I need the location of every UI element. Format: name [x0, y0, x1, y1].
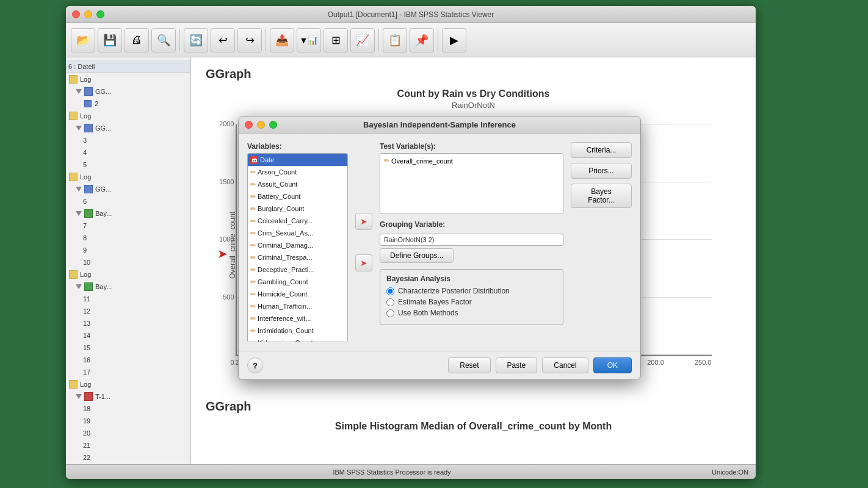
var-item-battery[interactable]: ✏ Battery_Count	[248, 190, 347, 203]
sidebar-item-21[interactable]: 21	[81, 439, 190, 451]
ok-button[interactable]: OK	[593, 357, 632, 373]
open-button[interactable]: 📂	[71, 28, 95, 52]
var-item-crim-damage[interactable]: ✏ Criminal_Damag...	[248, 239, 347, 251]
priors-button[interactable]: Priors...	[571, 163, 632, 179]
sidebar-item-log2[interactable]: Log	[66, 110, 190, 122]
dialog-max-button[interactable]	[269, 121, 277, 129]
sidebar-item-log1[interactable]: Log	[66, 73, 190, 85]
var-item-assult[interactable]: ✏ Assult_Count	[248, 178, 347, 190]
sidebar-item-gg2[interactable]: GG...	[73, 122, 190, 134]
var-item-human-traffic[interactable]: ✏ Human_Trafficin...	[248, 300, 347, 312]
sidebar-item-15[interactable]: 15	[81, 342, 190, 354]
sidebar-item-gg1[interactable]: GG...	[73, 85, 190, 98]
move-to-test-button[interactable]: ➤	[355, 213, 372, 230]
chart-button[interactable]: 📈	[350, 28, 375, 52]
dialog-controls[interactable]	[245, 121, 277, 129]
sidebar-item-20[interactable]: 20	[81, 427, 190, 439]
sidebar-item-19[interactable]: 19	[81, 415, 190, 427]
toolbar-sep3	[378, 29, 379, 51]
sidebar-item-22[interactable]: 22	[81, 451, 190, 464]
paste-button[interactable]: Paste	[496, 357, 538, 373]
print-button[interactable]: 🖨	[125, 28, 149, 52]
close-button[interactable]	[72, 10, 80, 18]
sidebar-item-12[interactable]: 12	[81, 305, 190, 317]
refresh-button[interactable]: 🔄	[184, 28, 208, 52]
find-button[interactable]: 🔍	[151, 28, 176, 52]
sidebar-item-log3[interactable]: Log	[66, 171, 190, 183]
sidebar-item-bay1[interactable]: Bay...	[73, 207, 190, 220]
sidebar-item-sub1[interactable]: 2	[81, 98, 190, 110]
var-item-gambling[interactable]: ✏ Gambling_Count	[248, 276, 347, 288]
redo-button[interactable]: ↪	[237, 28, 262, 52]
chart2-title: Simple Histogram Median of Overall_crime…	[206, 421, 741, 432]
save-button[interactable]: 💾	[98, 28, 122, 52]
copy2-button[interactable]: 📌	[410, 28, 434, 52]
section2-title: GGraph	[206, 400, 741, 414]
status-bar: IBM SPSS Statistics Processor is ready U…	[66, 464, 756, 479]
test-var-overall-label: Overall_crime_count	[391, 157, 453, 165]
sidebar-item-13[interactable]: 13	[81, 317, 190, 329]
bayes-factor-button[interactable]: Bayes Factor...	[571, 184, 632, 208]
var-item-burglary[interactable]: ✏ Burglary_Count	[248, 203, 347, 215]
maximize-button[interactable]	[96, 10, 104, 18]
radio-both[interactable]	[386, 309, 394, 317]
var-item-date[interactable]: 📅 Date	[248, 154, 347, 166]
minimize-button[interactable]	[84, 10, 92, 18]
var-item-kidnapping[interactable]: ✏ Kidnapping_Count	[248, 337, 347, 342]
sidebar-item-sub9[interactable]: 10	[81, 256, 190, 268]
grouping-var-input[interactable]	[380, 234, 563, 246]
var-intimidation-label: Intimidation_Count	[258, 327, 314, 334]
dialog-min-button[interactable]	[257, 121, 265, 129]
define-groups-button[interactable]: Define Groups...	[380, 248, 454, 263]
sidebar-item-sub3[interactable]: 4	[81, 146, 190, 159]
var-item-deceptive[interactable]: ✏ Deceptive_Practi...	[248, 264, 347, 276]
run-button[interactable]: ▶	[442, 28, 466, 52]
export2-button[interactable]: ▼📊	[297, 28, 321, 52]
sidebar-item-log5[interactable]: Log	[66, 378, 190, 390]
sidebar-item-sub5[interactable]: 6	[81, 195, 190, 207]
var-item-homicide[interactable]: ✏ Homicide_Count	[248, 288, 347, 300]
sidebar-item-sub4[interactable]: 5	[81, 159, 190, 171]
var-item-colcealed[interactable]: ✏ Colcealed_Carry...	[248, 215, 347, 227]
sidebar-item-sub7[interactable]: 8	[81, 232, 190, 244]
var-item-crim-sexual[interactable]: ✏ Crim_Sexual_As...	[248, 227, 347, 239]
sidebar-item-18[interactable]: 18	[81, 403, 190, 415]
gg-icon3	[84, 185, 93, 193]
reset-button[interactable]: Reset	[448, 357, 490, 373]
window-title: Output1 [Document1] - IBM SPSS Statistic…	[328, 10, 494, 19]
sidebar-item-bay2[interactable]: Bay...	[73, 281, 190, 293]
export1-button[interactable]: 📤	[270, 28, 294, 52]
test-var-list[interactable]: ✏ Overall_crime_count	[380, 153, 563, 214]
sidebar-item-sub2[interactable]: 3	[81, 134, 190, 146]
move-to-grouping-button[interactable]: ➤	[355, 254, 372, 271]
var-item-intimidation[interactable]: ✏ Intimidation_Count	[248, 325, 347, 337]
sidebar-item-sub8[interactable]: 9	[81, 244, 190, 256]
help-button[interactable]: ?	[247, 357, 263, 373]
sidebar-item-log4[interactable]: Log	[66, 268, 190, 281]
sidebar-item-11[interactable]: 11	[81, 293, 190, 305]
variables-list[interactable]: 📅 Date ✏ Arson_Count ✏ Assult_Count ✏ Ba…	[247, 153, 348, 342]
window-controls[interactable]	[72, 10, 104, 18]
sidebar-item-17[interactable]: 17	[81, 366, 190, 378]
sidebar-item-t1[interactable]: T-1...	[73, 390, 190, 403]
undo-button[interactable]: ↩	[211, 28, 235, 52]
var-item-arson[interactable]: ✏ Arson_Count	[248, 166, 347, 178]
var-item-crim-trespa[interactable]: ✏ Criminal_Trespa...	[248, 251, 347, 264]
sidebar-item-14[interactable]: 14	[81, 329, 190, 342]
criteria-button[interactable]: Criteria...	[571, 142, 632, 158]
sidebar-sub7-label: 8	[83, 234, 87, 242]
pencil-icon-arson: ✏	[250, 168, 256, 176]
copy1-button[interactable]: 📋	[383, 28, 407, 52]
var-item-interference[interactable]: ✏ Interference_wit...	[248, 312, 347, 325]
cancel-button[interactable]: Cancel	[542, 357, 588, 373]
sidebar-item-gg3[interactable]: GG...	[73, 183, 190, 195]
gg-icon2	[84, 124, 93, 132]
radio-characterize[interactable]	[386, 287, 394, 295]
sidebar-item-16[interactable]: 16	[81, 354, 190, 366]
pencil-icon-battery: ✏	[250, 193, 256, 201]
label-17: 17	[83, 368, 90, 376]
table-button[interactable]: ⊞	[324, 28, 348, 52]
radio-estimate[interactable]	[386, 298, 394, 306]
dialog-close-button[interactable]	[245, 121, 253, 129]
sidebar-item-sub6[interactable]: 7	[81, 220, 190, 232]
